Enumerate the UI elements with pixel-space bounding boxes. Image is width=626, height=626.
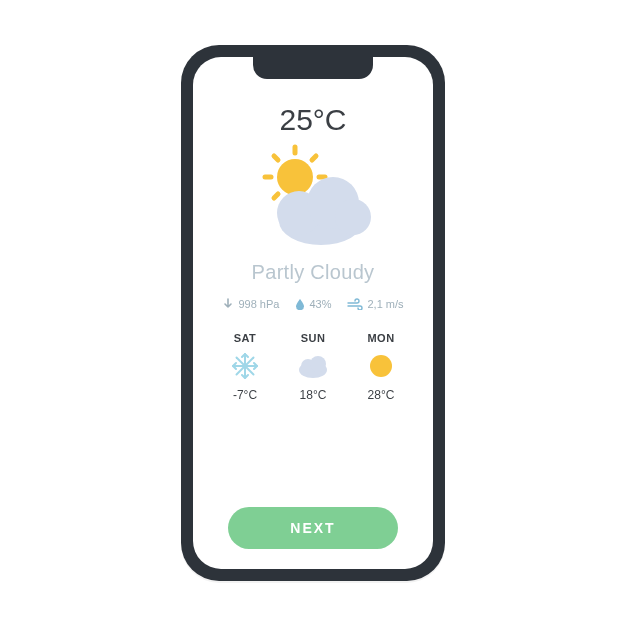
- forecast-day-label: MON: [367, 332, 394, 344]
- wind-value: 2,1 m/s: [367, 298, 403, 310]
- pressure-metric: 998 hPa: [222, 298, 279, 310]
- forecast-day-temp: -7°C: [233, 388, 257, 402]
- phone-frame: 25°C: [181, 45, 445, 581]
- svg-point-19: [310, 356, 326, 372]
- metrics-row: 998 hPa 43% 2,1 m/s: [222, 298, 403, 310]
- svg-line-7: [274, 194, 278, 198]
- forecast-row: SAT -7°C SUN: [211, 332, 415, 402]
- forecast-day[interactable]: SUN 18°C: [283, 332, 343, 402]
- forecast-day-label: SAT: [234, 332, 257, 344]
- wind-metric: 2,1 m/s: [347, 298, 403, 310]
- forecast-day[interactable]: MON 28°C: [351, 332, 411, 402]
- forecast-day-temp: 18°C: [300, 388, 327, 402]
- svg-point-0: [277, 159, 313, 195]
- snowflake-icon: [231, 350, 259, 382]
- svg-point-12: [335, 199, 371, 235]
- humidity-value: 43%: [309, 298, 331, 310]
- forecast-day-label: SUN: [301, 332, 326, 344]
- humidity-metric: 43%: [295, 298, 331, 310]
- svg-line-5: [274, 156, 278, 160]
- next-button[interactable]: NEXT: [228, 507, 398, 549]
- svg-point-20: [370, 355, 392, 377]
- phone-notch: [253, 57, 373, 79]
- pressure-value: 998 hPa: [238, 298, 279, 310]
- forecast-day[interactable]: SAT -7°C: [215, 332, 275, 402]
- weather-screen: 25°C: [193, 57, 433, 569]
- cloud-icon: [296, 350, 330, 382]
- pressure-down-icon: [222, 298, 234, 310]
- current-temperature: 25°C: [279, 103, 346, 137]
- partly-cloudy-icon: [243, 143, 383, 257]
- wind-icon: [347, 298, 363, 310]
- droplet-icon: [295, 298, 305, 310]
- forecast-day-temp: 28°C: [368, 388, 395, 402]
- svg-line-6: [312, 156, 316, 160]
- sun-icon: [368, 350, 394, 382]
- condition-label: Partly Cloudy: [252, 261, 375, 284]
